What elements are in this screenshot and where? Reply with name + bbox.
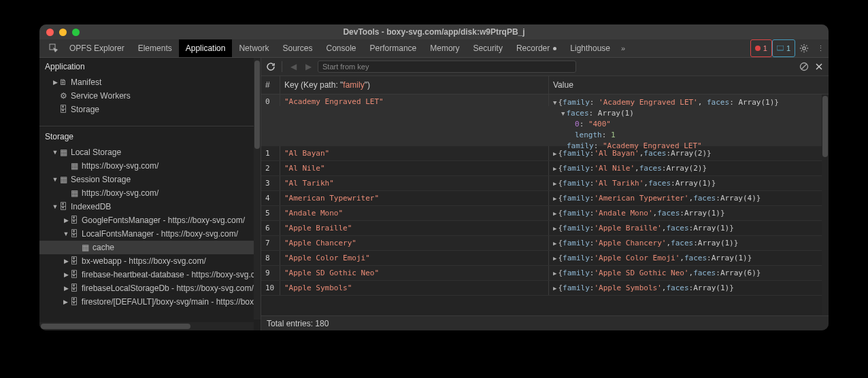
search-placeholder: Start from key <box>322 63 369 71</box>
application-sidebar: Application ▶🗎Manifest ⚙Service Workers … <box>39 58 261 330</box>
idb-toolbar: ◀ ▶ Start from key <box>261 58 829 76</box>
table-row[interactable]: 3"Al Tarikh"▶{family: 'Al Tarikh', faces… <box>261 176 829 191</box>
sidebar-item-db-localfontsmanager[interactable]: ▼🗄LocalFontsManager - https://boxy-svg.c… <box>39 227 261 241</box>
table-row[interactable]: 4"American Typewriter"▶{family: 'America… <box>261 191 829 206</box>
storage-tree: ▼▦Local Storage ▦https://boxy-svg.com/ ▼… <box>39 145 261 318</box>
sidebar-item-indexeddb[interactable]: ▼🗄IndexedDB <box>39 200 261 213</box>
cell-index: 7 <box>261 236 280 250</box>
cell-value: ▶{family: 'Apple Symbols', faces: Array(… <box>549 281 829 295</box>
cell-index: 3 <box>261 176 280 190</box>
database-icon: 🗄 <box>59 105 68 114</box>
message-icon <box>777 46 784 51</box>
cell-index: 1 <box>261 146 280 160</box>
sidebar-section-storage: Storage <box>39 126 261 145</box>
sidebar-item-cache[interactable]: ▦cache <box>39 241 261 254</box>
table-row[interactable]: 6"Apple Braille"▶{family: 'Apple Braille… <box>261 221 829 236</box>
next-page-icon[interactable]: ▶ <box>303 61 314 72</box>
cell-value: ▶{family: 'Apple Braille', faces: Array(… <box>549 221 829 235</box>
tab-console[interactable]: Console <box>320 39 363 57</box>
column-header-number[interactable]: # <box>261 76 280 94</box>
sidebar-item-service-workers[interactable]: ⚙Service Workers <box>39 89 261 103</box>
sidebar-scrollbar[interactable] <box>254 58 261 320</box>
tab-lighthouse[interactable]: Lighthouse <box>563 39 617 57</box>
sidebar-item-db-firebase-localstorage[interactable]: ▶🗄firebaseLocalStorageDb - https://boxy-… <box>39 281 261 295</box>
tab-memory[interactable]: Memory <box>423 39 466 57</box>
tab-network[interactable]: Network <box>232 39 276 57</box>
scrollbar-thumb[interactable] <box>254 61 260 149</box>
tab-security[interactable]: Security <box>467 39 510 57</box>
database-icon: 🗄 <box>69 256 79 266</box>
sidebar-hscrollbar[interactable] <box>39 322 254 330</box>
message-count-badge[interactable]: 1 <box>772 39 795 57</box>
sidebar-item-db-googlefontsmanager[interactable]: ▶🗄GoogleFontsManager - https://boxy-svg.… <box>39 213 261 227</box>
tab-sources[interactable]: Sources <box>276 39 319 57</box>
table-row[interactable]: 10"Apple Symbols"▶{family: 'Apple Symbol… <box>261 281 829 296</box>
cell-key: "Apple Chancery" <box>280 236 549 250</box>
clear-object-store-icon[interactable] <box>799 61 809 72</box>
application-tree: ▶🗎Manifest ⚙Service Workers 🗄Storage <box>39 75 261 126</box>
cell-value: ▶{family: 'Al Tarikh', faces: Array(1)} <box>549 176 829 190</box>
database-icon: 🗄 <box>69 297 79 307</box>
recorder-indicator-icon <box>553 47 556 50</box>
sidebar-item-storage[interactable]: 🗄Storage <box>39 103 261 116</box>
cell-key: "Andale Mono" <box>280 206 549 220</box>
sidebar-item-manifest[interactable]: ▶🗎Manifest <box>39 75 261 89</box>
table-row[interactable]: 9"Apple SD Gothic Neo"▶{family: 'Apple S… <box>261 266 829 281</box>
table-row[interactable]: 0"Academy Engraved LET" ▼{family: 'Acade… <box>261 94 829 146</box>
cell-key: "Al Tarikh" <box>280 176 549 190</box>
cell-index: 4 <box>261 191 280 205</box>
search-input[interactable]: Start from key <box>318 61 576 73</box>
refresh-icon[interactable] <box>265 61 276 72</box>
tab-performance[interactable]: Performance <box>363 39 424 57</box>
tab-application[interactable]: Application <box>179 39 233 57</box>
sidebar-item-db-firebase-heartbeat[interactable]: ▶🗄firebase-heartbeat-database - https://… <box>39 268 261 281</box>
table-row[interactable]: 8"Apple Color Emoji"▶{family: 'Apple Col… <box>261 251 829 266</box>
cell-key: "Apple Braille" <box>280 221 549 235</box>
total-entries: Total entries: 180 <box>267 319 329 328</box>
error-count-badge[interactable]: 1 <box>750 39 772 57</box>
cell-index: 8 <box>261 251 280 265</box>
grid-icon: ▦ <box>59 175 68 184</box>
scrollbar-thumb[interactable] <box>822 96 828 157</box>
tab-elements[interactable]: Elements <box>131 39 179 57</box>
sidebar-section-application: Application <box>39 58 261 75</box>
scrollbar-thumb[interactable] <box>41 324 190 329</box>
more-tabs-icon[interactable]: » <box>617 39 629 57</box>
table-header: # Key (Key path: "family") Value <box>261 76 829 94</box>
column-header-value[interactable]: Value <box>549 76 829 94</box>
grid-icon: ▦ <box>80 243 90 252</box>
cell-key: "Al Nile" <box>280 161 549 175</box>
gear-icon: ⚙ <box>59 91 68 101</box>
cell-key: "American Typewriter" <box>280 191 549 205</box>
inspect-element-icon[interactable] <box>45 44 63 53</box>
titlebar: DevTools - boxy-svg.com/app/disk:w9PtrqP… <box>39 24 829 39</box>
tab-recorder[interactable]: Recorder <box>510 39 563 57</box>
sidebar-item-local-storage-origin[interactable]: ▦https://boxy-svg.com/ <box>39 159 261 173</box>
cell-key: "Apple Symbols" <box>280 281 549 295</box>
table-scrollbar[interactable] <box>822 94 829 315</box>
prev-page-icon[interactable]: ◀ <box>288 61 299 72</box>
sidebar-item-db-bx-webapp[interactable]: ▶🗄bx-webapp - https://boxy-svg.com/ <box>39 254 261 268</box>
delete-selected-icon[interactable] <box>814 61 824 72</box>
tab-opfs-explorer[interactable]: OPFS Explorer <box>63 39 131 57</box>
error-dot-icon <box>755 46 761 51</box>
table-row[interactable]: 2"Al Nile"▶{family: 'Al Nile', faces: Ar… <box>261 161 829 176</box>
cell-index: 0 <box>261 94 280 106</box>
window-title: DevTools - boxy-svg.com/app/disk:w9PtrqP… <box>39 27 829 37</box>
settings-icon[interactable] <box>795 39 813 57</box>
table-row[interactable]: 5"Andale Mono"▶{family: 'Andale Mono', f… <box>261 206 829 221</box>
main-panel: ◀ ▶ Start from key # Key (Key path: "fam… <box>261 58 829 330</box>
column-header-key[interactable]: Key (Key path: "family") <box>280 76 549 94</box>
sidebar-item-session-storage-origin[interactable]: ▦https://boxy-svg.com/ <box>39 186 261 200</box>
cell-value: ▶{family: 'Apple Chancery', faces: Array… <box>549 236 829 250</box>
cell-index: 10 <box>261 281 280 295</box>
cell-index: 6 <box>261 221 280 235</box>
table-row[interactable]: 7"Apple Chancery"▶{family: 'Apple Chance… <box>261 236 829 251</box>
sidebar-item-session-storage[interactable]: ▼▦Session Storage <box>39 173 261 186</box>
cell-value: ▶{family: 'Apple Color Emoji', faces: Ar… <box>549 251 829 265</box>
sidebar-item-db-firestore[interactable]: ▶🗄firestore/[DEFAULT]/boxy-svg/main - ht… <box>39 295 261 309</box>
more-options-icon[interactable]: ⋮ <box>813 39 829 57</box>
svg-point-2 <box>803 47 805 50</box>
table-row[interactable]: 1"Al Bayan"▶{family: 'Al Bayan', faces: … <box>261 146 829 161</box>
sidebar-item-local-storage[interactable]: ▼▦Local Storage <box>39 145 261 159</box>
